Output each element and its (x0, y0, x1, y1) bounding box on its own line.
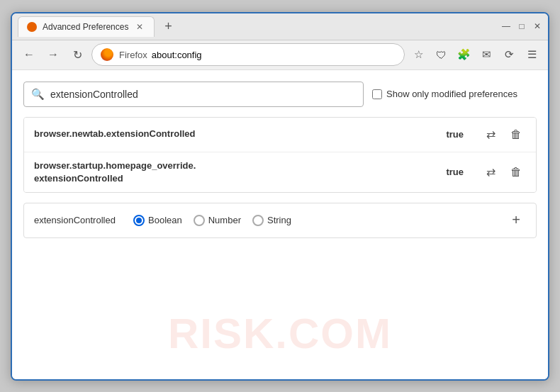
browser-tab[interactable]: Advanced Preferences ✕ (18, 16, 155, 37)
add-pref-button[interactable]: + (506, 211, 526, 230)
toolbar-icons: ☆ 🛡 🧩 ✉ ⟳ ☰ (409, 45, 541, 64)
address-bar[interactable]: Firefox about:config (91, 43, 405, 66)
radio-circle-string (252, 215, 264, 226)
pref-name-1: browser.newtab.extensionControlled (34, 128, 437, 140)
table-row[interactable]: browser.startup.homepage_override.extens… (24, 152, 536, 192)
radio-circle-boolean (133, 215, 145, 226)
bookmark-icon[interactable]: ☆ (409, 45, 427, 64)
swap-button-2[interactable]: ⇄ (481, 162, 500, 182)
search-bar: 🔍 Show only modified preferences (23, 82, 537, 107)
table-row[interactable]: browser.newtab.extensionControlled true … (24, 118, 536, 152)
maximize-button[interactable]: □ (517, 21, 527, 31)
profile-icon[interactable]: ✉ (477, 45, 495, 64)
search-icon: 🔍 (31, 88, 45, 101)
pref-value-1: true (446, 129, 464, 140)
show-modified-text: Show only modified preferences (386, 89, 517, 99)
shield-icon[interactable]: 🛡 (432, 45, 450, 64)
reload-button[interactable]: ↻ (67, 45, 87, 65)
radio-boolean[interactable]: Boolean (133, 215, 182, 226)
address-text: Firefox about:config (119, 50, 202, 60)
tab-title: Advanced Preferences (43, 22, 128, 32)
radio-string[interactable]: String (252, 215, 291, 226)
delete-button-1[interactable]: 🗑 (506, 125, 526, 145)
forward-button[interactable]: → (43, 45, 63, 65)
add-pref-name: extensionControlled (34, 215, 126, 225)
radio-circle-number (194, 215, 205, 226)
show-modified-label[interactable]: Show only modified preferences (372, 89, 517, 99)
tab-close-button[interactable]: ✕ (134, 21, 145, 33)
radio-label-number: Number (208, 215, 241, 225)
browser-toolbar: ← → ↻ Firefox about:config ☆ 🛡 🧩 ✉ ⟳ ☰ (12, 40, 548, 70)
radio-label-string: String (267, 215, 291, 225)
preference-search-wrap[interactable]: 🔍 (23, 82, 364, 107)
show-modified-checkbox[interactable] (372, 89, 382, 99)
extension-icon[interactable]: 🧩 (454, 45, 473, 64)
add-pref-row: extensionControlled Boolean Number Strin… (23, 203, 537, 238)
firefox-logo-icon (101, 48, 113, 61)
title-bar: Advanced Preferences ✕ + — □ ✕ (12, 13, 548, 40)
pref-name-2: browser.startup.homepage_override.extens… (34, 159, 437, 185)
row-actions-2: ⇄ 🗑 (481, 162, 526, 182)
type-radio-group: Boolean Number String (133, 215, 499, 226)
back-button[interactable]: ← (19, 45, 39, 65)
window-controls: — □ ✕ (501, 21, 542, 31)
pref-value-2: true (446, 167, 464, 177)
watermark-text: RISK.COM (168, 309, 392, 358)
menu-icon[interactable]: ☰ (522, 45, 541, 64)
delete-button-2[interactable]: 🗑 (506, 162, 526, 182)
minimize-button[interactable]: — (501, 21, 511, 31)
swap-button-1[interactable]: ⇄ (481, 125, 500, 145)
sync-icon[interactable]: ⟳ (500, 45, 518, 64)
new-tab-button[interactable]: + (159, 17, 177, 35)
search-input[interactable] (50, 89, 356, 100)
browser-name-label: Firefox (119, 50, 147, 60)
results-table: browser.newtab.extensionControlled true … (23, 117, 537, 193)
radio-label-boolean: Boolean (148, 215, 182, 225)
browser-window: Advanced Preferences ✕ + — □ ✕ ← → ↻ Fir… (11, 12, 549, 381)
row-actions-1: ⇄ 🗑 (481, 125, 526, 145)
address-url-label: about:config (152, 50, 202, 60)
close-button[interactable]: ✕ (532, 21, 542, 31)
tab-favicon-icon (27, 22, 37, 32)
radio-number[interactable]: Number (194, 215, 241, 226)
page-content: RISK.COM 🔍 Show only modified preference… (12, 70, 548, 379)
